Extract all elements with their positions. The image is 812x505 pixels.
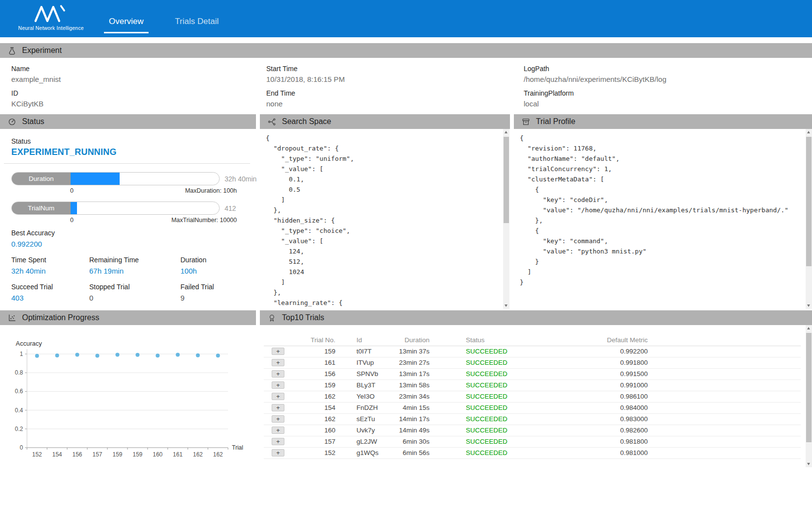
chart-y-tick-label: 1: [20, 351, 23, 357]
col-trial-no: Trial No.: [292, 335, 336, 346]
trialnum-progress-track: TrialNum: [11, 202, 220, 215]
duration-max: MaxDuration: 100h: [185, 187, 237, 194]
scroll-down-arrow[interactable]: [503, 302, 509, 309]
nni-logo[interactable]: Neural Network Intelligence: [12, 3, 90, 31]
cell-id: BLy3T: [336, 379, 386, 391]
chart-x-tick-label: 152: [32, 451, 42, 458]
section-title-top10: Top10 Trials: [282, 313, 324, 322]
stat-time-spent: Time Spent 32h 40min: [11, 256, 46, 275]
tab-overview[interactable]: Overview: [104, 17, 149, 33]
table-row: + 154 FnDZH 4min 15s SUCCEEDED 0.984000: [264, 402, 801, 413]
tab-trials-detail[interactable]: Trials Detail: [170, 17, 224, 33]
scrollbar-track[interactable]: [806, 332, 812, 460]
cell-metric: 0.991500: [529, 368, 649, 379]
status-label: Status: [11, 137, 31, 145]
table-header-row: Trial No. Id Duration Status Default Met…: [264, 335, 801, 346]
scroll-up-arrow[interactable]: [806, 325, 812, 332]
stat-value: 32h 40min: [11, 267, 46, 275]
duration-bar-label: Duration: [12, 173, 71, 185]
field-value: example_mnist: [11, 75, 61, 83]
experiment-details: Name example_mnist ID KCiBytKB Start Tim…: [0, 58, 812, 113]
expand-row-button[interactable]: +: [272, 438, 284, 445]
table-row: + 159 t0I7T 13min 37s SUCCEEDED 0.992200: [264, 346, 801, 357]
field-value: local: [524, 100, 666, 108]
stat-stopped-trial: Stopped Trial 0: [89, 283, 130, 302]
chart-x-tick-label: 160: [152, 451, 162, 458]
expand-row-button[interactable]: +: [272, 404, 284, 411]
scatter-point: [216, 354, 220, 357]
field-label: Start Time: [266, 65, 345, 73]
experiment-col-1: Name example_mnist ID KCiBytKB: [11, 65, 61, 114]
experiment-col-3: LogPath /home/quzha/nni/experiments/KCiB…: [524, 65, 666, 114]
expand-row-button[interactable]: +: [272, 427, 284, 434]
stat-value: 0.992200: [11, 240, 55, 248]
expand-row-button[interactable]: +: [272, 449, 284, 456]
stat-succeed-trial: Succeed Trial 403: [11, 283, 53, 302]
cell-status: SUCCEEDED: [431, 357, 529, 368]
stat-value: 0: [89, 294, 130, 302]
cell-trial-no: 161: [292, 357, 336, 368]
nni-overview-page: Neural Network Intelligence Overview Tri…: [0, 0, 812, 505]
scrollbar-thumb[interactable]: [806, 333, 812, 442]
trial-profile-panel: { "revision": 11768, "authorName": "defa…: [514, 129, 806, 309]
field-value: none: [266, 100, 345, 108]
cell-status: SUCCEEDED: [431, 368, 529, 379]
scroll-up-arrow[interactable]: [503, 129, 509, 136]
search-space-scrollbar[interactable]: [503, 129, 509, 309]
cell-trial-no: 152: [292, 447, 336, 458]
section-title-optimization: Optimization Progress: [22, 313, 99, 322]
table-row: + 160 Uvk7y 14min 49s SUCCEEDED 0.982600: [264, 425, 801, 436]
trialnum-progress: TrialNum 412 0 MaxTrialNumber: 10000: [11, 202, 237, 224]
trial-profile-scrollbar[interactable]: [806, 129, 812, 309]
col-status: Status: [431, 335, 529, 346]
expand-row-button[interactable]: +: [272, 348, 284, 355]
field-value: 10/31/2018, 8:16:15 PM: [266, 75, 345, 83]
trialnum-bar-value: 412: [225, 204, 236, 212]
duration-progress-track: Duration: [11, 172, 220, 185]
cell-status: SUCCEEDED: [431, 391, 529, 402]
cell-id: Uvk7y: [336, 425, 386, 436]
expand-row-button[interactable]: +: [272, 415, 284, 423]
scatter-point: [196, 354, 200, 357]
section-title-trial-profile: Trial Profile: [536, 117, 575, 126]
cell-duration: 23min 27s: [386, 357, 431, 368]
cell-trial-no: 159: [292, 346, 336, 357]
table-row: + 157 gL2JW 6min 30s SUCCEEDED 0.981800: [264, 436, 801, 447]
cell-trial-no: 162: [292, 413, 336, 425]
cell-trial-no: 159: [292, 379, 336, 391]
chart-y-tick-label: 0.4: [15, 407, 23, 414]
divider: [4, 163, 250, 164]
scrollbar-thumb[interactable]: [504, 137, 509, 223]
table-row: + 162 sEzTu 14min 17s SUCCEEDED 0.983000: [264, 413, 801, 425]
trial-profile-json: { "revision": 11768, "authorName": "defa…: [520, 133, 806, 287]
scrollbar-track[interactable]: [806, 136, 812, 302]
expand-row-button[interactable]: +: [272, 393, 284, 400]
scroll-up-arrow[interactable]: [806, 129, 812, 136]
scrollbar-thumb[interactable]: [806, 137, 812, 266]
top10-table: Trial No. Id Duration Status Default Met…: [264, 335, 801, 459]
expand-row-button[interactable]: +: [272, 359, 284, 366]
experiment-name-field: Name example_mnist: [11, 65, 61, 83]
chart-y-axis-title: Accuracy: [16, 340, 42, 347]
top10-scrollbar[interactable]: [806, 325, 812, 467]
archive-box-icon: [522, 118, 530, 126]
expand-row-button[interactable]: +: [272, 381, 284, 389]
cell-trial-no: 162: [292, 391, 336, 402]
col-filler: [649, 335, 801, 346]
cell-metric: 0.983000: [529, 413, 649, 425]
cell-id: g1WQs: [336, 447, 386, 458]
top10-section-header: Top10 Trials: [260, 310, 812, 325]
cell-status: SUCCEEDED: [431, 402, 529, 413]
scroll-down-arrow[interactable]: [806, 460, 812, 467]
top10-trials-panel: Trial No. Id Duration Status Default Met…: [260, 325, 806, 477]
expand-row-button[interactable]: +: [272, 370, 284, 378]
experiment-end-time-field: End Time none: [266, 89, 345, 108]
scroll-down-arrow[interactable]: [806, 302, 812, 309]
scrollbar-track[interactable]: [503, 136, 509, 302]
experiment-id-field: ID KCiBytKB: [11, 89, 61, 108]
cell-id: sEzTu: [336, 413, 386, 425]
duration-progress: Duration 32h 40min 0 MaxDuration: 100h: [11, 172, 256, 194]
chart-y-tick-label: 0.6: [15, 388, 23, 395]
section-title-experiment: Experiment: [22, 46, 62, 55]
col-default-metric: Default Metric: [529, 335, 649, 346]
